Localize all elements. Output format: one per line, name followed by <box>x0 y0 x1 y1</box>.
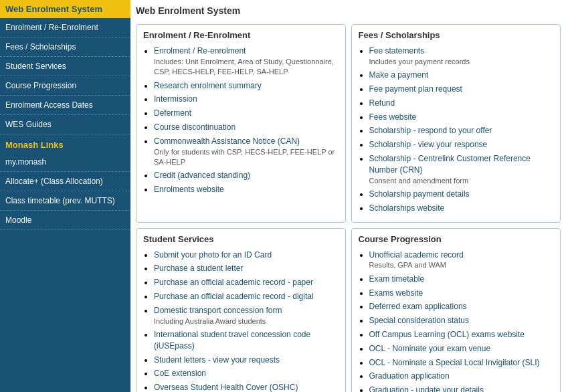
fees-sub-7: Consent and amendment form <box>369 176 554 186</box>
fees-link-6[interactable]: Scholarship - view your response <box>369 140 488 149</box>
list-item: Submit your photo for an ID Card <box>154 250 339 261</box>
course-link-5[interactable]: Off Campus Learning (OCL) exams website <box>369 330 525 339</box>
sidebar-item-wes-guides[interactable]: WES Guides <box>0 115 130 134</box>
list-item: Student letters - view your requests <box>154 355 339 366</box>
list-item: Fees website <box>369 112 554 123</box>
course-link-1[interactable]: Exam timetable <box>369 274 425 284</box>
enrolment-link-2[interactable]: Intermission <box>154 94 197 104</box>
enrolment-link-5[interactable]: Commonwealth Assistance Notice (CAN) <box>154 136 300 146</box>
fees-link-1[interactable]: Make a payment <box>369 70 429 80</box>
enrolment-link-3[interactable]: Deferment <box>154 108 191 118</box>
course-link-0[interactable]: Unofficial academic record <box>369 250 464 260</box>
course-link-3[interactable]: Deferred exam applications <box>369 302 467 311</box>
sidebar-item-student-services[interactable]: Student Services <box>0 57 130 76</box>
enrolment-link-6[interactable]: Credit (advanced standing) <box>154 171 250 180</box>
list-item: Special consideration status <box>369 315 554 326</box>
sidebar-item-moodle[interactable]: Moodle <box>0 211 130 230</box>
sidebar-item-fees[interactable]: Fees / Scholarships <box>0 37 130 57</box>
list-item: Make a payment <box>369 70 554 81</box>
enrolment-panel-title: Enrolment / Re-Enrolment <box>143 30 339 40</box>
list-item: OCL - Nominate your exam venue <box>369 343 554 355</box>
course-link-7[interactable]: OCL - Nominate a Special Local Invigilat… <box>369 358 540 367</box>
list-item: OCL - Nominate a Special Local Invigilat… <box>369 357 554 369</box>
course-link-9[interactable]: Graduation - update your details <box>369 385 484 392</box>
list-item: Domestic transport concession form Inclu… <box>154 305 339 326</box>
list-item: Research enrolment summary <box>154 80 339 92</box>
list-item: Intermission <box>154 94 339 105</box>
course-link-2[interactable]: Exams website <box>369 288 423 298</box>
fees-link-9[interactable]: Scholarships website <box>369 203 445 213</box>
sidebar-item-course-progression[interactable]: Course Progression <box>0 76 130 96</box>
fees-link-3[interactable]: Refund <box>369 98 395 108</box>
enrolment-sub-5: Only for students with CSP, HECS-HELP, F… <box>154 147 339 168</box>
student-link-0[interactable]: Submit your photo for an ID Card <box>154 250 272 260</box>
list-item: Purchase an official academic record - p… <box>154 277 339 288</box>
course-progression-panel-title: Course Progression <box>359 234 554 244</box>
fees-sub-0: Includes your payment records <box>369 57 554 67</box>
list-item: Fee payment plan request <box>369 84 554 95</box>
student-link-4[interactable]: Domestic transport concession form <box>154 306 282 315</box>
list-item: Overseas Student Health Cover (OSHC) <box>154 382 339 392</box>
list-item: Exams website <box>369 288 554 299</box>
student-link-1[interactable]: Purchase a student letter <box>154 264 243 273</box>
list-item: Graduation - update your details <box>369 385 554 392</box>
list-item: Enrolments website <box>154 184 339 195</box>
list-item: Deferred exam applications <box>369 301 554 312</box>
student-services-panel: Student Services Submit your photo for a… <box>136 228 346 392</box>
enrolment-link-4[interactable]: Course discontinuation <box>154 122 235 132</box>
fees-link-0[interactable]: Fee statements <box>369 46 425 56</box>
course-link-6[interactable]: OCL - Nominate your exam venue <box>369 344 491 353</box>
fees-link-7[interactable]: Scholarship - Centrelink Customer Refere… <box>369 154 531 175</box>
enrolment-panel: Enrolment / Re-Enrolment Enrolment / Re-… <box>136 24 346 223</box>
list-item: Refund <box>369 98 554 109</box>
list-item: Purchase an official academic record - d… <box>154 291 339 302</box>
list-item: Unofficial academic record Results, GPA … <box>369 250 554 271</box>
fees-link-4[interactable]: Fees website <box>369 112 417 122</box>
sidebar-header: Web Enrolment System <box>0 0 130 18</box>
fees-link-5[interactable]: Scholarship - respond to your offer <box>369 126 492 135</box>
student-sub-4: Including Australia Award students <box>154 316 339 326</box>
list-item: Scholarship payment details <box>369 189 554 200</box>
list-item: Scholarship - view your response <box>369 139 554 151</box>
list-item: Enrolment / Re-enrolment Includes: Unit … <box>154 45 339 78</box>
student-services-panel-title: Student Services <box>143 234 339 244</box>
fees-panel-title: Fees / Scholarships <box>359 30 554 40</box>
sidebar-item-timetable[interactable]: Class timetable (prev. MUTTS) <box>0 191 130 211</box>
list-item: Scholarship - respond to your offer <box>369 125 554 136</box>
sidebar-item-mymonash[interactable]: my.monash <box>0 153 130 172</box>
list-item: Credit (advanced standing) <box>154 170 339 181</box>
course-link-4[interactable]: Special consideration status <box>369 316 469 325</box>
fees-panel: Fees / Scholarships Fee statements Inclu… <box>351 24 561 223</box>
fees-link-2[interactable]: Fee payment plan request <box>369 84 462 94</box>
enrolment-sub-0: Includes: Unit Enrolment, Area of Study,… <box>154 57 339 78</box>
enrolment-link-7[interactable]: Enrolments website <box>154 185 224 194</box>
student-link-6[interactable]: Student letters - view your requests <box>154 355 280 365</box>
student-link-8[interactable]: Overseas Student Health Cover (OSHC) <box>154 383 298 392</box>
list-item: Deferment <box>154 108 339 119</box>
list-item: Course discontinuation <box>154 122 339 133</box>
list-item: Scholarship - Centrelink Customer Refere… <box>369 153 554 186</box>
fees-link-8[interactable]: Scholarship payment details <box>369 189 470 199</box>
student-link-5[interactable]: International student travel concession … <box>154 330 310 351</box>
sidebar-item-access-dates[interactable]: Enrolment Access Dates <box>0 96 130 115</box>
list-item: Commonwealth Assistance Notice (CAN) Onl… <box>154 136 339 168</box>
page-title: Web Enrolment System <box>136 5 561 19</box>
list-item: International student travel concession … <box>154 329 339 352</box>
list-item: Off Campus Learning (OCL) exams website <box>369 329 554 340</box>
list-item: Fee statements Includes your payment rec… <box>369 45 554 67</box>
list-item: Scholarships website <box>369 203 554 214</box>
sidebar-item-enrolment[interactable]: Enrolment / Re-Enrolment <box>0 18 130 37</box>
list-item: Exam timetable <box>369 274 554 285</box>
student-link-7[interactable]: CoE extension <box>154 369 206 378</box>
enrolment-link-1[interactable]: Research enrolment summary <box>154 81 262 90</box>
list-item: CoE extension <box>154 368 339 379</box>
student-link-2[interactable]: Purchase an official academic record - p… <box>154 278 313 287</box>
monash-links-header: Monash Links <box>0 134 130 153</box>
course-link-8[interactable]: Graduation application <box>369 371 450 381</box>
sidebar-item-allocate[interactable]: Allocate+ (Class Allocation) <box>0 172 130 191</box>
course-sub-0: Results, GPA and WAM <box>369 260 554 270</box>
student-link-3[interactable]: Purchase an official academic record - d… <box>154 292 314 301</box>
list-item: Purchase a student letter <box>154 263 339 274</box>
enrolment-link-0[interactable]: Enrolment / Re-enrolment <box>154 46 246 56</box>
list-item: Graduation application <box>369 371 554 382</box>
